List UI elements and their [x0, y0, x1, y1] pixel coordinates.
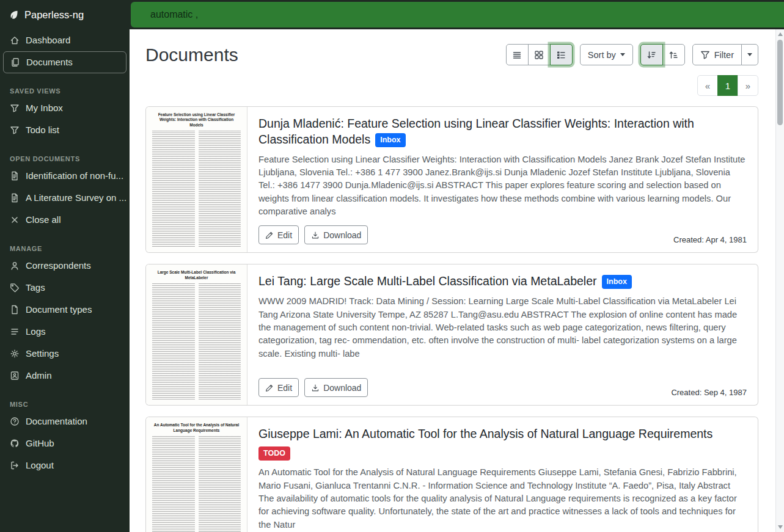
scrollbar-down-arrow[interactable]	[778, 525, 783, 529]
scrollbar-thumb[interactable]	[777, 40, 783, 125]
tag-icon	[10, 283, 20, 293]
sidebar-item-label: Dashboard	[26, 34, 70, 46]
filter-group: Filter	[692, 44, 758, 65]
main-area: Documents	[130, 0, 784, 532]
person-icon	[10, 261, 20, 271]
search-input[interactable]	[131, 2, 784, 27]
document-title-link[interactable]: Dunja Mladenić: Feature Selection using …	[258, 117, 694, 146]
brand-name: Paperless-ng	[24, 9, 84, 21]
file-icon	[10, 305, 20, 315]
document-card-body: Lei Tang: Large Scale Multi-Label Classi…	[247, 264, 758, 405]
thumbnail-title: Large Scale Multi-Label Classification v…	[152, 270, 241, 280]
gear-icon	[10, 349, 20, 359]
edit-button-label: Edit	[277, 383, 292, 393]
sidebar-item-label: Documents	[26, 56, 73, 68]
page-header: Documents	[145, 44, 758, 65]
created-date: Created: Apr 4, 1981	[673, 235, 747, 244]
brand[interactable]: Paperless-ng	[0, 0, 130, 29]
document-title-row: Dunja Mladenić: Feature Selection using …	[258, 116, 747, 148]
thumbnail-text-lines	[152, 436, 241, 532]
tag-badge-todo[interactable]: TODO	[258, 446, 290, 461]
logout-icon	[10, 461, 20, 470]
sidebar-item-my-inbox[interactable]: My Inbox	[0, 97, 130, 119]
scrollbar-up-arrow[interactable]	[778, 32, 783, 36]
sort-ascending-button[interactable]	[662, 44, 685, 65]
pagination-prev[interactable]: «	[697, 75, 718, 96]
document-list: Feature Selection using Linear Classifie…	[145, 106, 758, 532]
misc-list: Documentation GitHub Logout	[0, 410, 130, 476]
topbar	[130, 0, 784, 29]
document-card-body: Giuseppe Lami: An Automatic Tool for the…	[247, 417, 758, 532]
sidebar-item-documents[interactable]: Documents	[3, 51, 126, 73]
sidebar-item-open-doc-1[interactable]: Identification of non-fu...	[0, 165, 130, 187]
sidebar-item-label: Logout	[26, 459, 54, 472]
sort-by-label: Sort by	[588, 50, 616, 60]
filter-label: Filter	[714, 50, 734, 60]
saved-views-list: My Inbox Todo list	[0, 97, 130, 141]
sidebar-item-label: Tags	[26, 282, 45, 294]
funnel-icon	[10, 103, 20, 113]
chevron-down-icon	[747, 53, 752, 56]
pagination: « 1 »	[697, 75, 758, 96]
sidebar-item-github[interactable]: GitHub	[0, 432, 130, 454]
file-text-icon	[10, 171, 20, 181]
filter-button[interactable]: Filter	[692, 44, 742, 65]
sidebar-item-correspondents[interactable]: Correspondents	[0, 255, 130, 277]
pagination-next[interactable]: »	[738, 75, 758, 96]
sidebar-item-documentation[interactable]: Documentation	[0, 410, 130, 432]
sort-direction-group	[640, 44, 685, 65]
sidebar-item-label: Admin	[26, 370, 52, 382]
sidebar-item-tags[interactable]: Tags	[0, 277, 130, 299]
sidebar-item-close-all[interactable]: Close all	[0, 209, 130, 231]
list-view-icon	[512, 50, 522, 60]
document-thumbnail[interactable]: An Automatic Tool for the Analysis of Na…	[146, 417, 247, 532]
download-button[interactable]: Download	[304, 225, 368, 244]
thumbnail-title: An Automatic Tool for the Analysis of Na…	[152, 423, 241, 433]
sidebar-item-admin[interactable]: Admin	[0, 365, 130, 387]
download-icon	[311, 231, 320, 239]
sort-by-dropdown[interactable]: Sort by	[580, 44, 633, 65]
sidebar-item-label: Settings	[26, 348, 59, 360]
document-thumbnail[interactable]: Feature Selection using Linear Classifie…	[146, 107, 247, 252]
edit-button[interactable]: Edit	[258, 225, 299, 244]
sidebar-item-open-doc-2[interactable]: A Literature Survey on ...	[0, 187, 130, 209]
document-excerpt: An Automatic Tool for the Analysis of Na…	[258, 466, 747, 531]
sidebar-item-dashboard[interactable]: Dashboard	[0, 29, 130, 51]
paperless-leaf-icon	[9, 10, 19, 20]
tag-badge-inbox[interactable]: Inbox	[602, 275, 632, 289]
edit-button[interactable]: Edit	[258, 378, 299, 397]
content: Documents	[130, 29, 784, 532]
pencil-icon	[265, 231, 274, 239]
details-view-button[interactable]	[550, 44, 573, 65]
sidebar-nav: Dashboard Documents	[0, 29, 130, 73]
sort-descending-icon	[647, 50, 656, 60]
thumbnail-title: Feature Selection using Linear Classifie…	[152, 112, 241, 128]
sidebar-item-label: Logs	[26, 326, 46, 338]
close-icon	[10, 215, 20, 225]
sidebar-item-logout[interactable]: Logout	[0, 454, 130, 476]
download-button[interactable]: Download	[304, 378, 368, 397]
sort-ascending-icon	[669, 50, 678, 60]
scrollbar[interactable]	[775, 29, 784, 532]
funnel-icon	[700, 50, 710, 60]
sidebar-item-todo-list[interactable]: Todo list	[0, 119, 130, 141]
grid-view-button[interactable]	[528, 44, 551, 65]
tag-badge-inbox[interactable]: Inbox	[375, 133, 405, 147]
sort-descending-button[interactable]	[640, 44, 663, 65]
sidebar-item-logs[interactable]: Logs	[0, 321, 130, 343]
file-text-icon	[10, 193, 20, 203]
sidebar-item-label: Documentation	[26, 415, 87, 428]
pagination-page-1[interactable]: 1	[717, 75, 738, 96]
document-thumbnail[interactable]: Large Scale Multi-Label Classification v…	[146, 264, 247, 405]
list-view-button[interactable]	[506, 44, 529, 65]
sidebar-item-label: Document types	[26, 304, 92, 316]
document-card-footer: Edit Download Created: Sep 4, 1987	[258, 371, 747, 397]
document-title-link[interactable]: Giuseppe Lami: An Automatic Tool for the…	[258, 427, 713, 440]
document-card: An Automatic Tool for the Analysis of Na…	[145, 417, 758, 532]
filter-dropdown-button[interactable]	[741, 44, 758, 65]
sidebar-item-label: Close all	[26, 214, 61, 226]
document-title-link[interactable]: Lei Tang: Large Scale Multi-Label Classi…	[258, 274, 597, 288]
sidebar-item-document-types[interactable]: Document types	[0, 299, 130, 321]
sidebar-item-settings[interactable]: Settings	[0, 343, 130, 365]
github-icon	[10, 439, 20, 448]
